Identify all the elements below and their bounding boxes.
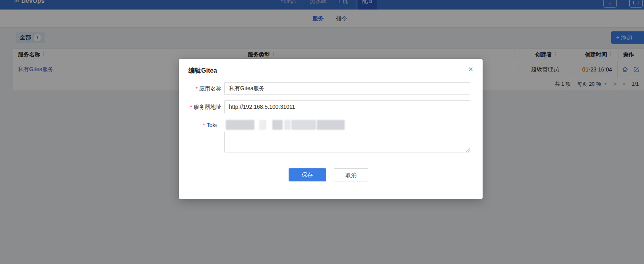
server-addr-label: *服务器地址	[179, 100, 221, 114]
redacted-text-block	[291, 120, 316, 130]
redacted-text-block	[272, 120, 283, 130]
edit-gitea-modal: 编辑Gitea × *应用名称 *服务器地址 *Token 保存 取消	[179, 59, 483, 199]
save-button[interactable]: 保存	[289, 168, 326, 181]
app-name-label: *应用名称	[179, 82, 221, 95]
textarea-resize-handle[interactable]	[466, 148, 470, 152]
redacted-text-block	[317, 120, 345, 130]
app-name-field[interactable]	[224, 82, 470, 95]
redacted-text-block	[259, 120, 266, 130]
server-addr-field[interactable]	[224, 100, 470, 113]
required-asterisk: *	[203, 122, 205, 128]
token-redaction-overlay	[217, 117, 367, 132]
modal-title: 编辑Gitea	[188, 67, 217, 75]
token-label: *Token	[179, 119, 221, 132]
close-icon[interactable]: ×	[467, 64, 475, 75]
redacted-text-block	[284, 120, 291, 130]
cancel-button[interactable]: 取消	[334, 168, 368, 181]
redacted-text-block	[226, 120, 254, 130]
required-asterisk: *	[196, 86, 198, 92]
app-name-label-text: 应用名称	[199, 85, 221, 92]
server-addr-label-text: 服务器地址	[194, 104, 221, 110]
page: ∞DevOps 代码库 流水线 主机 配置 + 服务 指令 全部 1 + 添加 …	[0, 0, 644, 264]
required-asterisk: *	[190, 104, 192, 110]
